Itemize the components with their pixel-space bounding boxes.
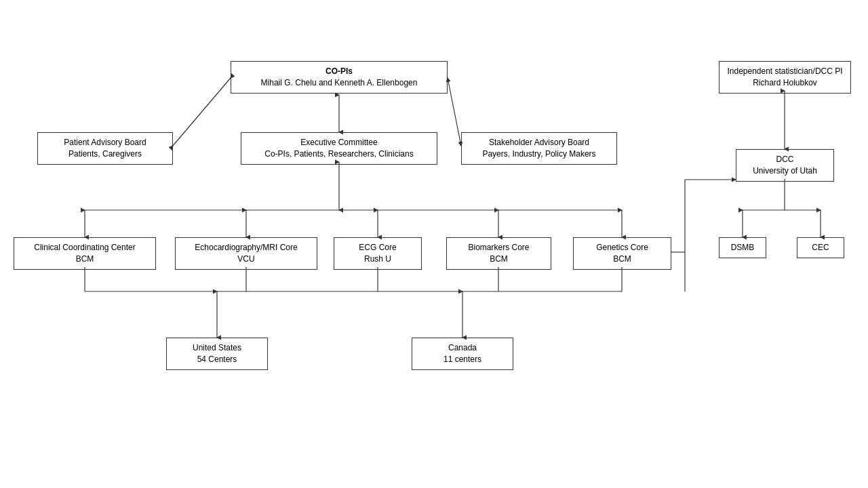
echo-line1: Echocardiography/MRI Core bbox=[195, 243, 297, 252]
patient-advisory-line2: Patients, Caregivers bbox=[68, 149, 142, 159]
cec-label: CEC bbox=[812, 243, 829, 252]
patient-advisory-box: Patient Advisory Board Patients, Caregiv… bbox=[37, 132, 173, 165]
cec-box: CEC bbox=[797, 237, 844, 258]
genetics-line2: BCM bbox=[613, 254, 631, 264]
canada-line1: Canada bbox=[448, 343, 477, 352]
dcc-line1: DCC bbox=[776, 155, 794, 164]
stakeholder-line2: Payers, Industry, Policy Makers bbox=[482, 149, 595, 159]
us-line1: United States bbox=[193, 343, 241, 352]
indep-stat-line1: Independent statistician/DCC PI bbox=[727, 66, 842, 76]
genetics-box: Genetics Core BCM bbox=[573, 237, 671, 270]
stakeholder-line1: Stakeholder Advisory Board bbox=[489, 138, 589, 147]
independent-statistician-box: Independent statistician/DCC PI Richard … bbox=[719, 61, 851, 94]
biomarkers-box: Biomarkers Core BCM bbox=[446, 237, 551, 270]
patient-advisory-line1: Patient Advisory Board bbox=[64, 138, 146, 147]
clinical-coordinating-box: Clinical Coordinating Center BCM bbox=[14, 237, 156, 270]
genetics-line1: Genetics Core bbox=[596, 243, 648, 252]
dsmb-label: DSMB bbox=[731, 243, 755, 252]
executive-committee-box: Executive Committee Co-PIs, Patients, Re… bbox=[241, 132, 437, 165]
dcc-box: DCC University of Utah bbox=[736, 149, 834, 182]
indep-stat-line2: Richard Holubkov bbox=[753, 78, 817, 87]
echo-mri-box: Echocardiography/MRI Core VCU bbox=[175, 237, 317, 270]
stakeholder-advisory-box: Stakeholder Advisory Board Payers, Indus… bbox=[461, 132, 617, 165]
org-chart: CO-PIs Mihail G. Chelu and Kenneth A. El… bbox=[0, 0, 868, 488]
ecg-line2: Rush U bbox=[364, 254, 391, 264]
svg-line-6 bbox=[448, 78, 461, 146]
united-states-box: United States 54 Centers bbox=[166, 338, 268, 370]
dsmb-box: DSMB bbox=[719, 237, 766, 258]
clinical-line1: Clinical Coordinating Center bbox=[34, 243, 135, 252]
co-pis-title: CO-PIs bbox=[326, 66, 353, 76]
ecg-line1: ECG Core bbox=[359, 243, 396, 252]
exec-committee-line1: Executive Committee bbox=[300, 138, 377, 147]
clinical-line2: BCM bbox=[76, 254, 94, 264]
canada-line2: 11 centers bbox=[443, 354, 481, 364]
co-pis-names: Mihail G. Chelu and Kenneth A. Ellenboge… bbox=[261, 78, 418, 87]
exec-committee-line2: Co-PIs, Patients, Researchers, Clinician… bbox=[264, 149, 413, 159]
svg-line-5 bbox=[173, 78, 231, 146]
canada-box: Canada 11 centers bbox=[412, 338, 513, 370]
biomarkers-line1: Biomarkers Core bbox=[468, 243, 529, 252]
dcc-line2: University of Utah bbox=[753, 166, 817, 176]
co-pis-box: CO-PIs Mihail G. Chelu and Kenneth A. El… bbox=[231, 61, 448, 94]
us-line2: 54 Centers bbox=[197, 354, 237, 364]
ecg-core-box: ECG Core Rush U bbox=[334, 237, 422, 270]
biomarkers-line2: BCM bbox=[490, 254, 508, 264]
echo-line2: VCU bbox=[237, 254, 254, 264]
